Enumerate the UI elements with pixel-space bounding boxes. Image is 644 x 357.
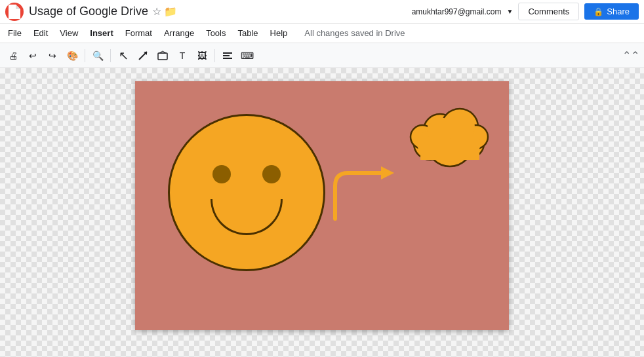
smile — [211, 199, 283, 235]
separator-3 — [214, 49, 215, 62]
canvas-area[interactable] — [0, 68, 644, 357]
toolbar: 🖨 ↩ ↪ 🎨 🔍 ↖ T 🖼 ⌨ ⌃⌃ — [0, 43, 644, 68]
menu-help[interactable]: Help — [265, 26, 293, 40]
svg-marker-3 — [159, 51, 166, 53]
cloud-shape — [397, 98, 496, 170]
eye-right — [262, 165, 281, 183]
zoom-button[interactable]: 🔍 — [89, 47, 107, 65]
arrow-shape — [329, 166, 407, 234]
svg-rect-4 — [223, 52, 232, 54]
svg-rect-2 — [158, 53, 167, 60]
shape-tool[interactable] — [153, 47, 172, 65]
menu-table[interactable]: Table — [233, 26, 264, 40]
text-box-tool[interactable]: T — [173, 47, 191, 65]
smiley-circle — [168, 114, 325, 271]
account-area: amukhtar997@gmail.com ▼ Comments 🔒 Share — [412, 3, 639, 20]
smiley-face — [168, 114, 325, 271]
collapse-toolbar-button[interactable]: ⌃⌃ — [622, 47, 640, 65]
separator-1 — [85, 49, 85, 62]
separator-2 — [110, 49, 111, 62]
align-tool[interactable] — [218, 47, 237, 65]
svg-rect-20 — [420, 140, 479, 160]
folder-icon[interactable]: 📁 — [164, 5, 177, 18]
menu-edit[interactable]: Edit — [28, 26, 53, 40]
share-button[interactable]: 🔒 Share — [584, 3, 639, 20]
svg-rect-6 — [223, 58, 232, 59]
image-tool[interactable]: 🖼 — [193, 47, 211, 65]
keyboard-tool[interactable]: ⌨ — [238, 47, 256, 65]
redo-button[interactable]: ↪ — [43, 47, 62, 65]
menu-file[interactable]: File — [3, 26, 27, 40]
title-bar: Usage of Google Drive ☆ 📁 amukhtar997@gm… — [0, 0, 644, 24]
account-email[interactable]: amukhtar997@gmail.com — [412, 7, 502, 16]
document-title: Usage of Google Drive — [29, 5, 148, 18]
menu-insert[interactable]: Insert — [85, 26, 118, 40]
comments-button[interactable]: Comments — [518, 3, 579, 20]
select-tool[interactable]: ↖ — [114, 47, 132, 65]
svg-rect-5 — [223, 55, 230, 56]
menu-view[interactable]: View — [54, 26, 83, 40]
menu-bar: File Edit View Insert Format Arrange Too… — [0, 24, 644, 43]
menu-format[interactable]: Format — [120, 26, 157, 40]
line-tool[interactable] — [134, 47, 152, 65]
print-button[interactable]: 🖨 — [4, 47, 22, 65]
menu-tools[interactable]: Tools — [201, 26, 231, 40]
menu-arrange[interactable]: Arrange — [159, 26, 199, 40]
star-icon[interactable]: ☆ — [152, 5, 161, 18]
autosave-status: All changes saved in Drive — [304, 28, 405, 38]
svg-marker-7 — [381, 166, 394, 179]
lock-icon: 🔒 — [594, 7, 603, 16]
account-dropdown-icon[interactable]: ▼ — [507, 8, 513, 15]
eye-left — [212, 165, 231, 183]
undo-button[interactable]: ↩ — [24, 47, 42, 65]
svg-point-19 — [445, 112, 475, 142]
paint-format-button[interactable]: 🎨 — [63, 47, 81, 65]
app-icon — [5, 3, 24, 21]
drawing-canvas[interactable] — [135, 81, 509, 330]
